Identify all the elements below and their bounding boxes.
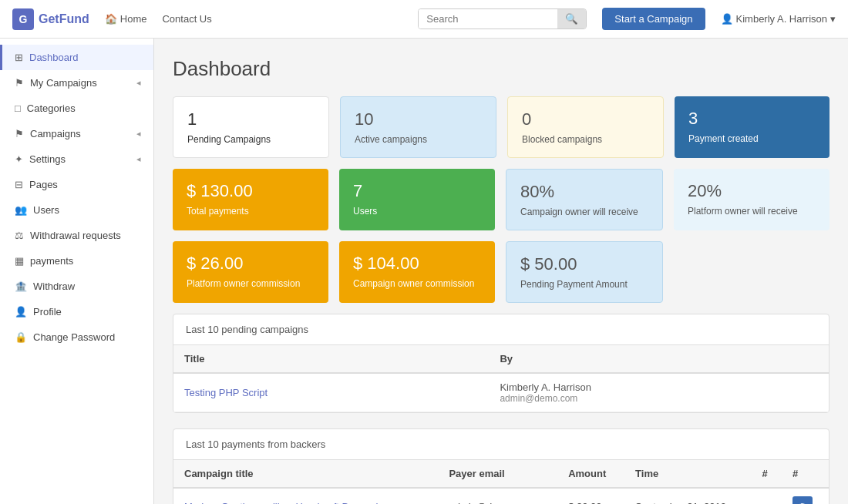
stat-users: 7 Users — [339, 169, 495, 230]
stat-label: Campaign owner commission — [353, 278, 481, 289]
sidebar-item-withdraw[interactable]: 🏦 Withdraw — [0, 274, 153, 299]
withdrawal-icon: ⚖ — [15, 230, 24, 241]
chevron-right-icon: ◂ — [136, 154, 141, 164]
stat-platform-owner-pct: 20% Platform owner will receive — [674, 169, 829, 230]
page-title: Dashboard — [173, 57, 829, 81]
sidebar-item-dashboard[interactable]: ⊞ Dashboard — [0, 45, 153, 70]
stat-campaign-owner-pct: 80% Campaign owner will receive — [506, 169, 663, 230]
settings-icon: ✦ — [15, 153, 23, 165]
stat-value: 10 — [355, 109, 482, 129]
col-time: Time — [624, 460, 751, 488]
table-row: Modern Gentleman likes Handcarft Dress s… — [173, 488, 829, 504]
chevron-right-icon: ◂ — [136, 78, 141, 88]
stat-label: Active campaigns — [355, 134, 482, 145]
sidebar-item-label: Pages — [29, 179, 58, 190]
stat-label: Campaign owner will receive — [520, 207, 648, 217]
stat-label: Platform owner will receive — [688, 206, 816, 217]
payment-action1 — [751, 488, 782, 504]
stat-label: Pending Payment Amount — [520, 279, 648, 290]
stats-row-1: 1 Pending Campaigns 10 Active campaigns … — [173, 96, 829, 158]
stat-label: Pending Campaigns — [187, 134, 315, 145]
stat-value: $ 26.00 — [187, 254, 315, 274]
dashboard-icon: ⊞ — [15, 52, 23, 63]
stat-total-payments: $ 130.00 Total payments — [173, 169, 328, 230]
sidebar-item-profile[interactable]: 👤 Profile — [0, 299, 153, 324]
withdraw-icon: 🏦 — [15, 281, 27, 292]
stat-label: Blocked campaigns — [522, 134, 649, 145]
col-payer-email: Payer email — [438, 460, 557, 488]
payment-campaign-link[interactable]: Modern Gentleman likes Handcarft Dress s… — [184, 501, 398, 505]
by-name: Kimberly A. Harrison — [500, 381, 818, 393]
stat-value: $ 50.00 — [520, 254, 648, 274]
sidebar-item-label: My Campaigns — [30, 77, 97, 89]
profile-icon: 👤 — [15, 306, 27, 318]
col-amount: Amount — [557, 460, 624, 488]
campaign-title-link[interactable]: Testing PHP Script — [184, 387, 268, 398]
stat-value: 1 — [187, 109, 315, 129]
sidebar-item-label: Campaigns — [30, 128, 81, 139]
search-input[interactable] — [419, 9, 557, 29]
sidebar-item-settings[interactable]: ✦ Settings ◂ — [0, 146, 153, 172]
my-campaigns-icon: ⚑ — [15, 77, 24, 89]
stat-value: $ 104.00 — [353, 254, 481, 274]
sidebar-item-label: Withdraw — [33, 281, 75, 292]
stat-label: Users — [353, 206, 481, 217]
stat-value: 0 — [522, 109, 649, 129]
navbar: G GetFund 🏠 Home Contact Us 🔍 Start a Ca… — [0, 0, 848, 39]
main-content: Dashboard 1 Pending Campaigns 10 Active … — [154, 39, 848, 504]
pending-campaigns-title: Last 10 pending campaigns — [173, 314, 829, 345]
sidebar-item-categories[interactable]: □ Categories — [0, 96, 153, 121]
sidebar-item-payments[interactable]: ▦ payments — [0, 248, 153, 274]
sidebar-item-users[interactable]: 👥 Users — [0, 197, 153, 223]
sidebar-item-label: Change Password — [33, 331, 115, 343]
by-email: admin@demo.com — [500, 393, 818, 404]
user-menu[interactable]: 👤 Kimberly A. Harrison ▾ — [721, 13, 836, 25]
stat-pending: 1 Pending Campaigns — [173, 96, 329, 158]
home-icon: 🏠 — [105, 13, 117, 25]
view-button[interactable]: 👁 — [792, 496, 813, 504]
stat-empty — [674, 241, 829, 303]
col-by: By — [489, 345, 829, 373]
sidebar-item-pages[interactable]: ⊟ Pages — [0, 172, 153, 197]
sidebar-item-withdrawal-requests[interactable]: ⚖ Withdrawal requests — [0, 223, 153, 248]
sidebar-item-label: Settings — [29, 153, 66, 165]
categories-icon: □ — [15, 102, 21, 114]
sidebar-item-change-password[interactable]: 🔒 Change Password — [0, 324, 153, 350]
sidebar-item-label: Profile — [33, 306, 62, 318]
sidebar-item-my-campaigns[interactable]: ⚑ My Campaigns ◂ — [0, 70, 153, 96]
stat-active: 10 Active campaigns — [340, 96, 496, 158]
payments-section-title: Last 10 payments from backers — [173, 429, 829, 460]
stat-label: Payment created — [688, 133, 816, 144]
nav-home[interactable]: 🏠 Home — [105, 13, 147, 25]
col-hash1: # — [751, 460, 782, 488]
sidebar-item-label: Categories — [27, 102, 76, 114]
table-row: Testing PHP Script Kimberly A. Harrison … — [173, 373, 829, 412]
brand-logo[interactable]: G GetFund — [12, 8, 89, 30]
payments-section: Last 10 payments from backers Campaign t… — [173, 428, 829, 504]
stat-value: $ 130.00 — [187, 181, 315, 201]
nav-contact[interactable]: Contact Us — [162, 13, 211, 25]
user-name: Kimberly A. Harrison — [736, 13, 827, 25]
col-title: Title — [173, 345, 489, 373]
sidebar-item-label: Withdrawal requests — [30, 230, 121, 241]
sidebar-item-label: payments — [30, 255, 73, 267]
search-box: 🔍 — [418, 8, 587, 29]
stat-value: 80% — [520, 182, 648, 202]
user-icon: 👤 — [721, 13, 733, 25]
chevron-down-icon: ▾ — [830, 13, 836, 25]
stat-label: Total payments — [187, 206, 315, 217]
sidebar-item-campaigns[interactable]: ⚑ Campaigns ◂ — [0, 121, 153, 146]
payment-action2[interactable]: 👁 — [782, 488, 829, 504]
brand-name: GetFund — [39, 12, 89, 26]
stat-value: 7 — [353, 181, 481, 201]
stat-label: Platform owner commission — [187, 278, 315, 289]
payment-amount: $ 30.00 — [557, 488, 624, 504]
col-campaign-title: Campaign title — [173, 460, 438, 488]
stat-pending-payment: $ 50.00 Pending Payment Amount — [506, 241, 663, 303]
sidebar-item-label: Dashboard — [29, 52, 79, 63]
payments-icon: ▦ — [15, 255, 24, 267]
search-button[interactable]: 🔍 — [557, 9, 586, 29]
payments-table: Campaign title Payer email Amount Time #… — [173, 460, 829, 504]
start-campaign-button[interactable]: Start a Campaign — [602, 8, 705, 30]
stats-row-3: $ 26.00 Platform owner commission $ 104.… — [173, 241, 829, 303]
